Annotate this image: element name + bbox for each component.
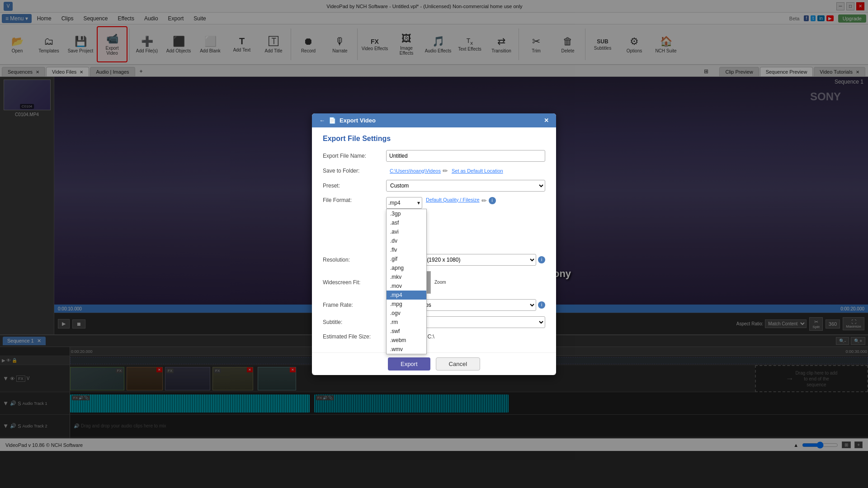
format-option-3gp[interactable]: .3gp — [387, 209, 426, 218]
frame-rate-label: Frame Rate: — [323, 302, 386, 308]
save-folder-path[interactable]: C:\Users\hoang\Videos — [390, 168, 441, 174]
cancel-button[interactable]: Cancel — [436, 357, 480, 371]
set-default-location-link[interactable]: Set as Default Location — [452, 168, 503, 174]
save-folder-row: Save to Folder: C:\Users\hoang\Videos ✏ … — [323, 167, 545, 174]
default-quality-link[interactable]: Default Quality / Filesize — [426, 197, 480, 202]
modal-close-icon[interactable]: ✕ — [544, 117, 549, 124]
file-format-row: File Format: .mp4 ▾ .3gp .asf .avi .dv .… — [323, 197, 545, 209]
file-format-trigger[interactable]: .mp4 ▾ — [386, 197, 422, 209]
preset-select[interactable]: Custom YouTube HD 1080p — [386, 180, 545, 192]
modal-overlay: ← 📄 Export Video ✕ Export File Settings … — [0, 0, 868, 488]
zoom-option-label: Zoom — [434, 280, 446, 285]
format-option-mov[interactable]: .mov — [387, 282, 426, 291]
modal-body: Export File Settings Export File Name: S… — [312, 127, 556, 352]
frame-rate-info-icon[interactable]: i — [538, 301, 545, 309]
file-format-label: File Format: — [323, 197, 386, 203]
export-filename-input[interactable] — [386, 150, 545, 162]
modal-header: ← 📄 Export Video ✕ — [312, 113, 556, 127]
edit-format-icon[interactable]: ✏ — [481, 197, 487, 204]
subtitle-row: Subtitle: Burn In SRT File — [323, 316, 545, 328]
resolution-label: Resolution: — [323, 257, 386, 263]
edit-folder-icon[interactable]: ✏ — [443, 167, 448, 174]
frame-rate-row: Frame Rate: Smart Max 60fps 30fps 24fps … — [323, 299, 545, 311]
widescreen-label: Widescreen Fit: — [323, 279, 386, 286]
format-option-gif[interactable]: .gif — [387, 254, 426, 263]
format-info-icon[interactable]: i — [489, 197, 496, 204]
format-option-asf[interactable]: .asf — [387, 218, 426, 227]
resolution-row: Resolution: Match Content (868 x 488) … — [323, 254, 545, 266]
estimated-size-row: Estimated File Size: 383.0GB free on C:\ — [323, 333, 545, 340]
format-option-apng[interactable]: .apng — [387, 263, 426, 272]
estimated-size-label: Estimated File Size: — [323, 333, 386, 340]
export-filename-row: Export File Name: — [323, 150, 545, 162]
export-dialog: ← 📄 Export Video ✕ Export File Settings … — [312, 113, 556, 375]
export-filename-label: Export File Name: — [323, 153, 386, 159]
modal-file-icon: 📄 — [329, 117, 336, 124]
modal-footer: Export Cancel — [312, 352, 556, 375]
format-option-flv[interactable]: .flv — [387, 245, 426, 254]
format-option-dv[interactable]: .dv — [387, 236, 426, 245]
back-icon[interactable]: ← — [319, 117, 325, 124]
dropdown-chevron: ▾ — [417, 200, 420, 206]
file-format-dropdown-container: .mp4 ▾ .3gp .asf .avi .dv .flv .gif .apn… — [386, 197, 422, 209]
subtitle-label: Subtitle: — [323, 319, 386, 325]
format-option-avi[interactable]: .avi — [387, 227, 426, 236]
format-option-webm[interactable]: .webm — [387, 336, 426, 345]
widescreen-options: Zoom — [434, 280, 446, 285]
modal-title: Export Video — [340, 117, 376, 124]
widescreen-row: Widescreen Fit: Zoom — [323, 271, 545, 294]
format-option-wmv[interactable]: .wmv — [387, 345, 426, 354]
format-option-swf[interactable]: .swf — [387, 327, 426, 336]
file-format-value: .mp4 — [388, 200, 401, 206]
resolution-info-icon[interactable]: i — [538, 256, 545, 263]
format-option-ogv[interactable]: .ogv — [387, 309, 426, 318]
file-format-dropdown: .3gp .asf .avi .dv .flv .gif .apng .mkv … — [386, 209, 427, 354]
format-option-mkv[interactable]: .mkv — [387, 272, 426, 282]
format-option-mpg[interactable]: .mpg — [387, 300, 426, 309]
preset-row: Preset: Custom YouTube HD 1080p — [323, 180, 545, 192]
format-option-rm[interactable]: .rm — [387, 318, 426, 327]
export-button[interactable]: Export — [388, 357, 430, 371]
modal-form-title: Export File Settings — [323, 135, 545, 143]
format-option-mp4[interactable]: .mp4 — [387, 291, 426, 300]
preset-label: Preset: — [323, 183, 386, 189]
save-folder-label: Save to Folder: — [323, 168, 386, 174]
